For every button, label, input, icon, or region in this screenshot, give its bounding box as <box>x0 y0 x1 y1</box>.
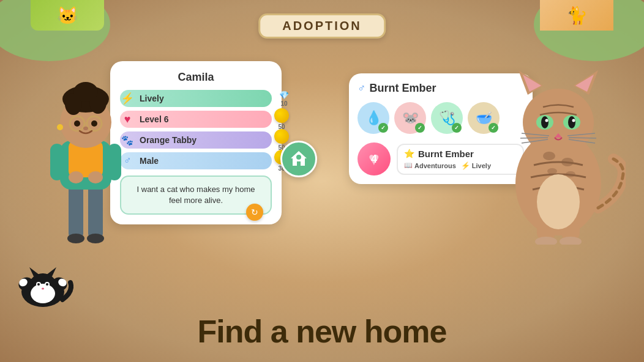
svg-point-64 <box>46 283 48 286</box>
item-medical: 🩺 ✓ <box>431 102 463 134</box>
svg-point-40 <box>572 119 575 122</box>
camila-svg <box>37 49 135 257</box>
small-cat-svg <box>12 258 73 307</box>
speech-bubble: I want a cat who makes my home feel more… <box>120 175 272 215</box>
trait-adventurous: 📖 Adventurous <box>404 161 456 170</box>
svg-point-30 <box>523 89 594 156</box>
svg-point-2 <box>67 234 84 243</box>
coin-tabby <box>274 129 289 144</box>
center-home-icon <box>280 141 317 177</box>
svg-point-37 <box>541 116 549 128</box>
check-mouse: ✓ <box>415 123 425 133</box>
pet-name-label: Burnt Ember <box>418 149 474 159</box>
check-water: ✓ <box>378 123 388 133</box>
svg-point-48 <box>543 152 555 160</box>
small-cat <box>12 258 73 307</box>
svg-rect-6 <box>50 144 64 180</box>
svg-rect-0 <box>69 183 83 238</box>
svg-marker-55 <box>29 267 40 276</box>
stat-label-male: Male <box>140 156 159 166</box>
medical-icon: 🩺 <box>439 110 455 126</box>
cat-svg <box>491 37 626 245</box>
stat-row-male: ♂ Male 30 <box>120 152 272 169</box>
check-medical: ✓ <box>452 123 462 133</box>
svg-point-19 <box>74 120 80 127</box>
svg-line-46 <box>569 138 596 138</box>
adoption-banner: ADOPTION <box>258 13 386 39</box>
svg-point-8 <box>69 171 83 183</box>
stat-label-tabby: Orange Tabby <box>140 135 197 145</box>
trait-lively-label: Lively <box>472 162 491 169</box>
tagline: Find a new home <box>0 313 644 350</box>
item-water: 💧 ✓ <box>358 102 389 134</box>
svg-point-49 <box>561 158 574 166</box>
svg-point-3 <box>87 234 104 243</box>
svg-point-39 <box>545 119 549 122</box>
bolt-icon: ⚡ <box>461 161 470 170</box>
svg-point-15 <box>73 82 98 102</box>
mouse-icon: 🐭 <box>402 110 419 126</box>
refresh-icon: ↻ <box>251 207 258 219</box>
stat-cost-lively: 💎 10 <box>279 90 289 107</box>
speech-text: I want a cat who makes my home feel more… <box>137 185 255 205</box>
tagline-text: Find a new home <box>198 314 447 349</box>
gender-icon-right: ♂ <box>358 82 366 95</box>
stat-number-lively: 10 <box>280 100 287 107</box>
svg-point-20 <box>91 120 97 127</box>
svg-point-63 <box>37 283 40 286</box>
water-icon: 💧 <box>365 110 382 126</box>
stat-row-tabby: 🐾 Orange Tabby 50 <box>120 131 272 149</box>
stat-row-lively: ⚡ Lively 💎 10 <box>120 90 272 107</box>
food-icon: 🥣 <box>476 110 492 126</box>
svg-point-22 <box>83 127 88 130</box>
svg-point-21 <box>57 124 63 130</box>
stat-label-level: Level 6 <box>140 114 168 124</box>
burnt-ember-name: Burnt Ember <box>370 82 436 95</box>
svg-point-28 <box>560 237 582 245</box>
svg-point-27 <box>535 237 557 245</box>
svg-point-50 <box>547 168 557 174</box>
svg-point-38 <box>568 116 575 128</box>
stat-bar-tabby: 🐾 Orange Tabby <box>120 131 272 149</box>
star-icon: ⭐ <box>404 149 414 158</box>
heart-number: 4 <box>371 153 377 166</box>
svg-point-65 <box>42 288 44 290</box>
camila-title: Camila <box>120 71 272 84</box>
home-svg <box>288 149 309 169</box>
stat-label-lively: Lively <box>140 94 164 103</box>
adoption-label: ADOPTION <box>282 19 362 32</box>
stat-cost-level: 50 <box>274 108 289 130</box>
stat-bar-male: ♂ Male <box>120 152 272 169</box>
heart-level-badge: 4 <box>358 142 391 175</box>
svg-point-29 <box>537 174 580 229</box>
trait-adventurous-label: Adventurous <box>414 162 456 169</box>
cat-illustration <box>491 37 626 245</box>
svg-point-54 <box>31 284 55 303</box>
svg-marker-56 <box>46 267 56 276</box>
svg-point-23 <box>296 155 301 160</box>
book-icon: 📖 <box>404 161 413 169</box>
svg-point-9 <box>88 171 103 183</box>
trait-lively: ⚡ Lively <box>461 161 491 170</box>
stat-row-level: ♥ Level 6 50 <box>120 111 272 128</box>
top-strip-right: 🐈 <box>540 0 613 31</box>
top-strip-left: 🐱 <box>31 0 104 31</box>
svg-rect-7 <box>108 144 121 180</box>
character-camila <box>37 49 135 257</box>
coin-level <box>274 108 289 123</box>
item-mouse: 🐭 ✓ <box>394 102 426 134</box>
svg-rect-1 <box>88 183 103 238</box>
stat-bar-lively: ⚡ Lively <box>120 90 272 107</box>
stat-bar-level: ♥ Level 6 <box>120 111 272 128</box>
left-card: Camila ⚡ Lively 💎 10 ♥ Level 6 50 🐾 Oran… <box>110 61 282 224</box>
refresh-button[interactable]: ↻ <box>246 204 263 221</box>
svg-point-51 <box>566 171 575 177</box>
svg-line-43 <box>520 138 548 138</box>
